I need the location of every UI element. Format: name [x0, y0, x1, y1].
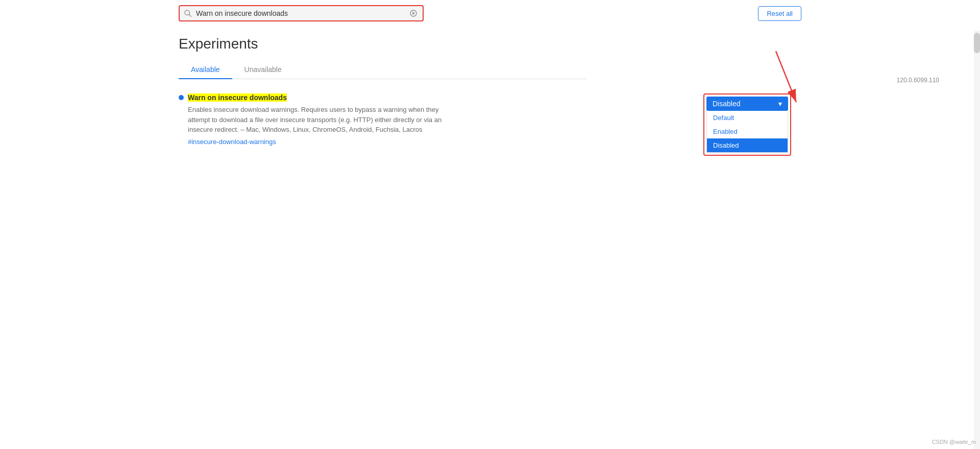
- tab-unavailable[interactable]: Unavailable: [232, 60, 294, 79]
- main-content: Experiments 120.0.6099.110 Available Una…: [179, 36, 970, 162]
- annotation-arrow: [766, 51, 806, 114]
- scrollbar-track[interactable]: [974, 31, 980, 449]
- tabs-bar: Available Unavailable: [179, 60, 587, 79]
- search-icon: [184, 9, 192, 17]
- scrollbar-thumb[interactable]: [974, 33, 980, 53]
- version-text: 120.0.6099.110: [897, 77, 939, 84]
- reset-all-button[interactable]: Reset all: [758, 6, 801, 21]
- search-input[interactable]: [196, 9, 408, 17]
- search-clear-button[interactable]: [408, 8, 419, 18]
- dropdown-options: Default Enabled Disabled: [706, 111, 788, 153]
- dropdown-option-enabled[interactable]: Enabled: [707, 125, 788, 138]
- svg-point-0: [185, 10, 189, 15]
- experiment-dot: [179, 95, 184, 100]
- page-wrapper: Reset all Experiments 120.0.6099.110 Ava…: [0, 0, 980, 449]
- dropdown-option-disabled[interactable]: Disabled: [707, 138, 788, 152]
- watermark: CSDN @waite_m: [932, 439, 976, 445]
- experiment-link[interactable]: #insecure-download-warnings: [188, 138, 693, 146]
- search-area: Reset all: [179, 0, 801, 27]
- svg-line-1: [189, 14, 191, 17]
- experiment-description: Enables insecure download warnings. Requ…: [188, 105, 443, 135]
- tab-available[interactable]: Available: [179, 60, 232, 79]
- experiment-item: Warn on insecure downloads Enables insec…: [179, 87, 791, 162]
- dropdown-selected-label: Disabled: [713, 100, 740, 108]
- experiment-details: Warn on insecure downloads Enables insec…: [188, 93, 693, 146]
- search-box: [179, 5, 424, 21]
- page-title: Experiments: [179, 36, 970, 52]
- svg-line-6: [776, 51, 796, 102]
- experiment-name: Warn on insecure downloads: [188, 93, 287, 102]
